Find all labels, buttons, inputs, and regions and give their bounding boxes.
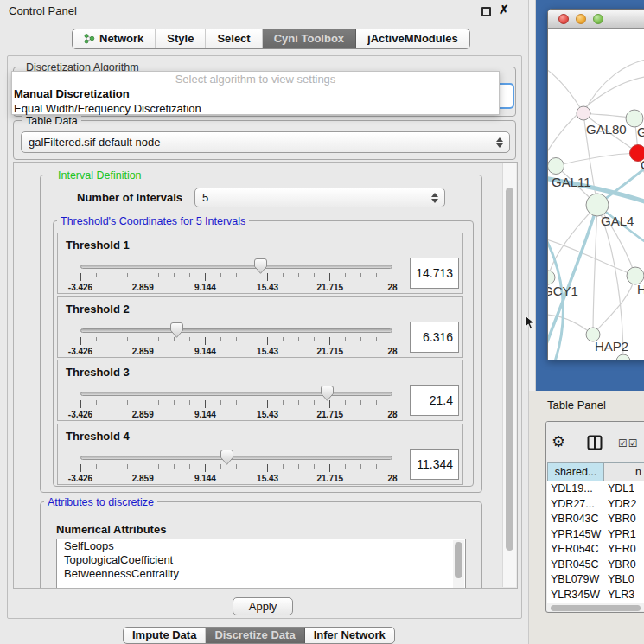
svg-text:GCY1: GCY1 <box>548 284 578 298</box>
cyni-toolbox-panel: Discretization Algorithm Table Data galF… <box>7 55 522 619</box>
attributes-group: Attributes to discretize Numerical Attri… <box>40 501 482 589</box>
combo-arrows-icon <box>496 137 503 148</box>
tab-discretize-data[interactable]: Discretize Data <box>206 628 304 643</box>
numerical-attributes-list: SelfLoops TopologicalCoefficient Between… <box>56 539 466 589</box>
tab-cyni-toolbox[interactable]: Cyni Toolbox <box>263 29 356 48</box>
node-gcy1[interactable] <box>548 271 555 284</box>
attributes-group-label: Attributes to discretize <box>44 496 157 508</box>
table-row[interactable]: YDR27...YDR2 <box>547 497 644 513</box>
table-data-label: Table Data <box>22 115 81 127</box>
panel-title: Control Panel <box>9 4 77 17</box>
number-of-intervals-label: Number of Intervals <box>77 191 182 204</box>
slider-thumb[interactable] <box>220 449 234 466</box>
thresholds-group: Threshold's Coordinates for 5 Intervals … <box>53 220 474 487</box>
node-gal80[interactable] <box>577 106 590 120</box>
table-horizontal-scrollbar[interactable] <box>547 603 644 611</box>
network-canvas[interactable]: GAL80 GA C GAL11 GAL4 GCY1 H HAP2 <box>548 29 644 360</box>
zoom-traffic-light-icon[interactable] <box>593 14 603 24</box>
tab-style[interactable]: Style <box>156 29 206 48</box>
table-row[interactable]: YBR045CYBR0 <box>547 558 644 573</box>
list-scrollbar[interactable] <box>453 540 464 589</box>
svg-text:GAL4: GAL4 <box>601 214 634 228</box>
tab-network[interactable]: Network <box>73 29 156 48</box>
column-header-shared[interactable]: shared... <box>547 462 604 481</box>
table-body: YDL19...YDL1 YDR27...YDR2 YBR043CYBR0 YP… <box>547 481 644 603</box>
minimize-traffic-light-icon[interactable] <box>576 14 586 24</box>
slider-thumb[interactable] <box>320 385 335 402</box>
list-item[interactable]: BetweennessCentrality <box>57 567 465 581</box>
table-header: shared... n <box>546 462 644 481</box>
node-partial-bottom[interactable] <box>616 354 630 360</box>
tab-select[interactable]: Select <box>206 29 262 48</box>
slider-thumb[interactable] <box>169 322 184 339</box>
slider-track[interactable] <box>80 392 392 396</box>
columns-icon[interactable] <box>587 435 603 450</box>
settings-vertical-scrollbar[interactable] <box>502 163 516 587</box>
combo-arrows-icon <box>431 193 438 203</box>
slider-ticks <box>80 400 392 408</box>
close-traffic-light-icon[interactable] <box>558 14 569 24</box>
table-panel-window: ⚙ ☑☑ shared... n YDL19...YDL1 YDR27...YD… <box>545 421 644 613</box>
table-row[interactable]: YER054CYER0 <box>547 542 644 558</box>
settings-scroll-area: Interval Definition Number of Intervals … <box>13 162 518 589</box>
slider-ticks <box>80 337 392 345</box>
svg-text:GA: GA <box>637 124 644 139</box>
number-of-intervals-value: 5 <box>202 191 208 204</box>
threshold-4-panel: Threshold 4 -3.426 2.859 9.144 15.43 21.… <box>57 424 463 485</box>
threshold-2-value-field[interactable]: 6.316 <box>410 322 459 353</box>
slider-track[interactable] <box>80 265 392 269</box>
tab-impute-data[interactable]: Impute Data <box>124 628 206 643</box>
mouse-cursor <box>524 315 535 331</box>
network-view-window: GAL80 GA C GAL11 GAL4 GCY1 H HAP2 <box>547 9 644 360</box>
svg-text:GAL80: GAL80 <box>586 122 627 137</box>
slider-thumb[interactable] <box>253 258 268 275</box>
tab-jactivemnodules[interactable]: jActiveMNodules <box>356 29 469 48</box>
interval-definition-label: Interval Definition <box>54 169 145 182</box>
list-item[interactable]: TopologicalCoefficient <box>57 553 465 567</box>
popup-option-manual-discretization[interactable]: Manual Discretization <box>12 86 499 101</box>
table-data-combobox-value: galFiltered.sif default node <box>29 136 160 149</box>
table-toolbar: ⚙ ☑☑ <box>546 422 644 462</box>
bottom-tabbar: Impute Data Discretize Data Infer Networ… <box>123 627 395 644</box>
slider-track[interactable] <box>80 456 392 460</box>
threshold-1-panel: Threshold 1 -3.426 2.859 9.144 15.43 21.… <box>57 233 463 294</box>
slider-track[interactable] <box>80 328 392 333</box>
slider-ticks <box>80 464 392 472</box>
svg-text:GAL11: GAL11 <box>552 175 591 189</box>
column-header-name[interactable]: n <box>604 462 644 481</box>
threshold-3-value-field[interactable]: 21.4 <box>410 385 459 416</box>
apply-button[interactable]: Apply <box>233 597 293 615</box>
numerical-attributes-heading: Numerical Attributes <box>56 523 166 536</box>
algorithm-dropdown-popup: Select algorithm to view settings Manual… <box>11 71 500 115</box>
threshold-4-value-field[interactable]: 11.344 <box>410 449 459 480</box>
control-panel: Control Panel ✗ Network Style Select Cyn… <box>0 0 529 644</box>
node-gal11[interactable] <box>548 158 564 175</box>
table-row[interactable]: YDL19...YDL1 <box>547 481 644 497</box>
checkbox-icon: ☑ <box>628 437 639 450</box>
float-window-icon[interactable] <box>481 7 491 16</box>
popup-placeholder-item[interactable]: Select algorithm to view settings <box>12 72 499 86</box>
threshold-2-panel: Threshold 2 -3.426 2.859 9.144 15.43 21.… <box>57 296 463 358</box>
checkbox-icon: ☑ <box>618 437 628 450</box>
threshold-3-panel: Threshold 3 -3.426 2.859 9.144 15.43 21.… <box>57 360 463 421</box>
svg-text:C: C <box>641 157 644 172</box>
table-row[interactable]: YLR345WYLR3 <box>547 588 644 603</box>
split-pane-divider[interactable] <box>529 0 536 391</box>
table-data-combobox[interactable]: galFiltered.sif default node <box>21 131 510 153</box>
thresholds-group-label: Threshold's Coordinates for 5 Intervals <box>57 215 249 227</box>
table-row[interactable]: YBL079WYBL0 <box>547 572 644 588</box>
gear-icon[interactable]: ⚙ <box>552 432 565 450</box>
table-row[interactable]: YPR145WYPR1 <box>547 527 644 543</box>
select-columns-icon[interactable]: ☑☑ <box>618 437 639 450</box>
network-window-titlebar[interactable] <box>548 10 644 29</box>
table-data-group: Table Data galFiltered.sif default node <box>13 120 516 160</box>
popup-option-equal-width-frequency[interactable]: Equal Width/Frequency Discretization <box>12 101 499 116</box>
list-item[interactable]: SelfLoops <box>57 539 465 553</box>
slider-ticks <box>80 273 392 281</box>
number-of-intervals-combobox[interactable]: 5 <box>194 188 445 207</box>
tab-infer-network[interactable]: Infer Network <box>305 628 394 643</box>
table-row[interactable]: YBR043CYBR0 <box>547 512 644 527</box>
threshold-1-value-field[interactable]: 14.713 <box>410 258 459 289</box>
svg-text:H: H <box>637 282 644 296</box>
close-icon[interactable]: ✗ <box>499 3 509 16</box>
